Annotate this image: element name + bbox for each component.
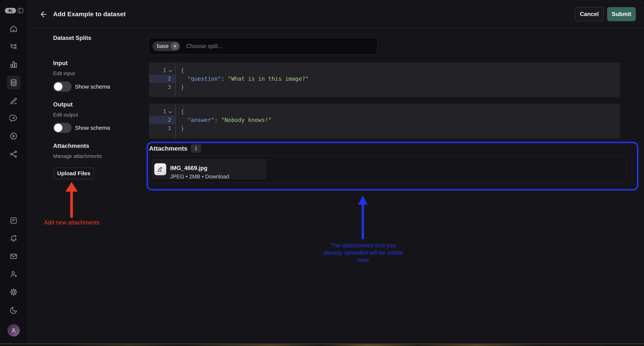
moon-icon — [9, 306, 18, 314]
split-chip-base: base — [152, 41, 180, 51]
close-icon — [173, 44, 177, 48]
red-arrow-up — [66, 182, 78, 218]
input-show-schema-toggle[interactable] — [53, 82, 72, 92]
image-file-icon — [154, 163, 166, 175]
remove-split-button[interactable] — [171, 42, 179, 50]
split-chip-label: base — [157, 43, 169, 49]
cancel-button[interactable]: Cancel — [575, 7, 604, 21]
output-section-sublabel: Edit output — [53, 112, 78, 118]
output-section-label: Output — [53, 101, 73, 108]
pencil-icon — [9, 96, 18, 105]
trace-tree-icon — [9, 43, 18, 51]
toggle-knob — [54, 124, 62, 132]
line-number: 2 — [149, 116, 175, 124]
sidebar-item-feedback[interactable] — [9, 114, 18, 123]
output-code-editor[interactable]: 123 { "answer": "Nobody knows!"} — [149, 104, 620, 138]
play-circle-icon — [9, 132, 18, 140]
annotation-red-text: Add new attachments — [42, 219, 102, 226]
sidebar-toggle-icon[interactable] — [18, 8, 24, 14]
sidebar-item-graph[interactable] — [9, 150, 18, 158]
input-section-label: Input — [53, 60, 68, 67]
user-plus-icon — [9, 270, 18, 278]
attachment-file-meta[interactable]: JPEG • 2MB • Download — [170, 174, 229, 180]
attachments-section-sublabel: Manage attachments — [53, 153, 102, 159]
langsmith-logo[interactable] — [5, 8, 16, 14]
line-number: 1 — [149, 66, 175, 75]
attachments-panel-title: Attachments — [149, 145, 188, 152]
submit-button[interactable]: Submit — [607, 7, 636, 21]
output-show-schema-label: Show schema — [75, 125, 110, 131]
page-header: Add Example to dataset Cancel Submit — [28, 0, 644, 28]
gear-icon — [9, 288, 18, 296]
chat-add-icon — [9, 114, 18, 123]
sidebar-item-inbox[interactable] — [9, 252, 18, 261]
sidebar-item-annotation[interactable] — [9, 96, 18, 105]
sidebar-item-theme[interactable] — [9, 306, 18, 314]
split-placeholder: Choose split... — [186, 43, 223, 50]
input-editor-gutter: 123 — [149, 63, 176, 97]
home-icon — [9, 25, 18, 33]
back-arrow-icon[interactable] — [39, 10, 48, 19]
notes-icon — [9, 216, 18, 225]
output-show-schema-toggle[interactable] — [53, 123, 72, 133]
bell-plus-icon — [9, 234, 18, 242]
line-number: 1 — [149, 107, 175, 116]
sidebar-item-docs[interactable] — [9, 216, 18, 225]
mail-icon — [9, 252, 18, 261]
dataset-splits-label: Dataset Splits — [53, 35, 91, 41]
graph-nodes-icon — [9, 150, 18, 158]
sidebar-item-settings[interactable] — [9, 288, 18, 296]
upload-files-button[interactable]: Upload Files — [54, 168, 94, 179]
line-number: 3 — [149, 124, 175, 133]
bar-chart-icon — [9, 60, 18, 69]
sidebar-item-traces[interactable] — [9, 43, 18, 51]
bottom-desktop-strip — [0, 343, 644, 346]
sidebar-item-playground[interactable] — [9, 132, 18, 140]
code-line: "question": "What is in this image?" — [181, 75, 620, 83]
fold-chevron-icon[interactable] — [168, 110, 172, 113]
code-line: "answer": "Nobody knows!" — [181, 116, 620, 124]
code-line: { — [181, 107, 620, 116]
sidebar-item-home[interactable] — [9, 25, 18, 33]
blue-arrow-up — [358, 196, 368, 239]
app-window: Add Example to dataset Cancel Submit Dat… — [0, 0, 644, 346]
code-line: { — [181, 66, 620, 75]
sidebar-item-datasets[interactable] — [9, 78, 18, 87]
input-section-sublabel: Edit input — [53, 71, 75, 77]
attachments-section-label: Attachments — [53, 142, 89, 149]
sidebar — [0, 0, 28, 344]
sidebar-item-alerts[interactable] — [9, 234, 18, 242]
annotation-blue-text: The attachments that you already uploade… — [311, 242, 415, 264]
split-select-input[interactable]: base Choose split... — [148, 38, 378, 55]
attachments-count-badge: 1 — [191, 144, 201, 153]
sidebar-item-invite[interactable] — [9, 270, 18, 278]
page-title: Add Example to dataset — [53, 11, 126, 18]
fold-chevron-icon[interactable] — [168, 68, 172, 72]
person-icon — [10, 327, 17, 334]
photo-icon — [156, 166, 164, 173]
line-number: 2 — [149, 75, 175, 83]
code-line: } — [181, 83, 620, 91]
toggle-knob — [54, 82, 62, 91]
attachment-file-name: IMG_4669.jpg — [170, 165, 208, 172]
input-show-schema-label: Show schema — [75, 84, 110, 90]
input-code-editor[interactable]: 123 { "question": "What is in this image… — [149, 63, 620, 97]
output-editor-code[interactable]: { "answer": "Nobody knows!"} — [176, 104, 620, 138]
user-avatar[interactable] — [8, 324, 20, 336]
code-line: } — [181, 124, 620, 133]
line-number: 3 — [149, 83, 175, 91]
input-editor-code[interactable]: { "question": "What is in this image?"} — [176, 63, 620, 97]
sidebar-item-monitoring[interactable] — [9, 60, 18, 69]
output-editor-gutter: 123 — [149, 104, 176, 138]
attachments-panel-heading: Attachments 1 — [149, 144, 201, 153]
parrot-icon — [8, 9, 13, 13]
main-content: Add Example to dataset Cancel Submit Dat… — [28, 0, 644, 344]
database-icon — [9, 78, 18, 87]
